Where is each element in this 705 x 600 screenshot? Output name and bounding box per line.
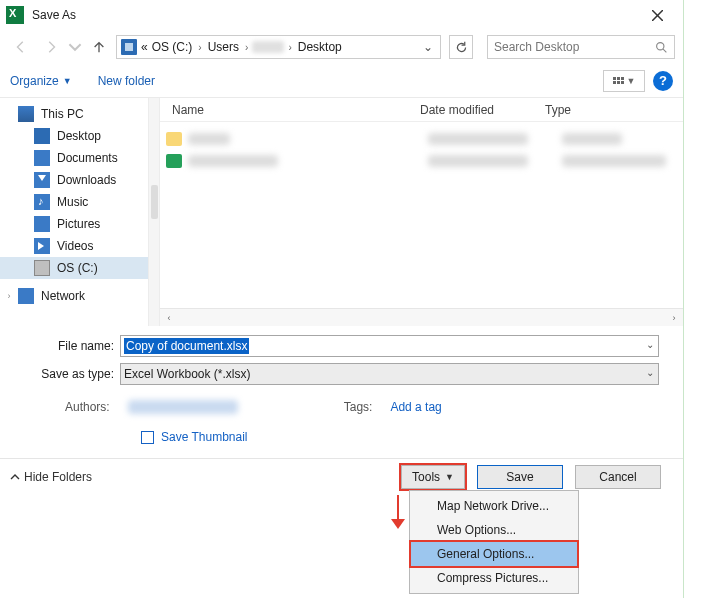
chevron-right-icon: ›: [284, 42, 295, 53]
folder-icon: [166, 132, 182, 146]
nav-back-button[interactable]: [8, 34, 34, 60]
breadcrumb-seg[interactable]: Users: [206, 40, 241, 54]
breadcrumb-seg[interactable]: Desktop: [296, 40, 344, 54]
grid-icon: [613, 77, 624, 84]
chevron-right-icon: ›: [241, 42, 252, 53]
column-name[interactable]: Name: [172, 103, 420, 117]
tree-videos[interactable]: Videos: [0, 235, 148, 257]
search-placeholder: Search Desktop: [494, 40, 579, 54]
downloads-icon: [34, 172, 50, 188]
svg-point-2: [657, 42, 664, 49]
chevron-up-icon: [10, 472, 20, 482]
tree-pictures[interactable]: Pictures: [0, 213, 148, 235]
column-type[interactable]: Type: [545, 103, 683, 117]
arrow-left-icon: [14, 40, 28, 54]
pc-icon: [18, 106, 34, 122]
menu-compress-pictures[interactable]: Compress Pictures...: [411, 566, 577, 590]
refresh-icon: [455, 41, 468, 54]
tree-network[interactable]: ›Network: [0, 285, 148, 307]
tree-downloads[interactable]: Downloads: [0, 169, 148, 191]
drive-icon: [121, 39, 137, 55]
music-icon: ♪: [34, 194, 50, 210]
tree-os-drive[interactable]: OS (C:): [0, 257, 148, 279]
arrow-up-icon: [92, 40, 106, 54]
tree-splitter[interactable]: [148, 98, 160, 326]
savetype-label: Save as type:: [0, 367, 120, 381]
help-button[interactable]: ?: [653, 71, 673, 91]
horizontal-scrollbar[interactable]: ‹ ›: [160, 308, 683, 326]
menu-general-options[interactable]: General Options...: [411, 542, 577, 566]
tools-menu: Map Network Drive... Web Options... Gene…: [409, 490, 579, 594]
organize-menu[interactable]: Organize▼: [10, 74, 72, 88]
list-item[interactable]: [166, 150, 683, 172]
chevron-right-icon: ›: [194, 42, 205, 53]
save-thumbnail-checkbox[interactable]: [141, 431, 154, 444]
tree-documents[interactable]: Documents: [0, 147, 148, 169]
scroll-left-button[interactable]: ‹: [161, 310, 177, 326]
breadcrumb-dropdown[interactable]: ⌄: [418, 40, 438, 54]
svg-line-3: [663, 49, 666, 52]
tree-music[interactable]: ♪Music: [0, 191, 148, 213]
menu-map-network-drive[interactable]: Map Network Drive...: [411, 494, 577, 518]
authors-value-redacted[interactable]: [128, 400, 238, 414]
view-mode-button[interactable]: ▼: [603, 70, 645, 92]
pictures-icon: [34, 216, 50, 232]
desktop-icon: [34, 128, 50, 144]
dialog-title: Save As: [32, 8, 76, 22]
nav-up-button[interactable]: [86, 34, 112, 60]
tree-desktop[interactable]: Desktop: [0, 125, 148, 147]
filename-input[interactable]: Copy of document.xlsx ⌄: [120, 335, 659, 357]
close-icon: [652, 10, 663, 21]
caret-down-icon: ▼: [627, 76, 636, 86]
videos-icon: [34, 238, 50, 254]
save-button[interactable]: Save: [477, 465, 563, 489]
savetype-select[interactable]: Excel Workbook (*.xlsx) ⌄: [120, 363, 659, 385]
caret-down-icon: ▼: [63, 76, 72, 86]
save-thumbnail-label[interactable]: Save Thumbnail: [161, 430, 248, 444]
authors-label: Authors:: [65, 400, 110, 414]
annotation-arrow: [391, 495, 405, 531]
nav-history-button[interactable]: [68, 34, 82, 60]
breadcrumb-seg[interactable]: OS (C:): [150, 40, 195, 54]
breadcrumb-seg: «: [139, 40, 150, 54]
documents-icon: [34, 150, 50, 166]
list-item[interactable]: [166, 128, 683, 150]
filename-label: File name:: [0, 339, 120, 353]
hide-folders-toggle[interactable]: Hide Folders: [10, 470, 92, 484]
file-list[interactable]: [160, 122, 683, 308]
scroll-right-button[interactable]: ›: [666, 310, 682, 326]
search-icon: [655, 41, 668, 54]
tree-this-pc[interactable]: This PC: [0, 103, 148, 125]
breadcrumb[interactable]: « OS (C:) › Users › › Desktop ⌄: [116, 35, 441, 59]
tools-button[interactable]: Tools ▼: [401, 465, 465, 489]
refresh-button[interactable]: [449, 35, 473, 59]
tags-input[interactable]: Add a tag: [390, 400, 441, 414]
close-button[interactable]: [637, 0, 677, 30]
savetype-value: Excel Workbook (*.xlsx): [124, 367, 250, 381]
excel-icon: [6, 6, 24, 24]
breadcrumb-seg-redacted[interactable]: [252, 41, 284, 53]
nav-forward-button[interactable]: [38, 34, 64, 60]
disk-icon: [34, 260, 50, 276]
caret-down-icon: ▼: [445, 472, 454, 482]
filename-value: Copy of document.xlsx: [124, 338, 249, 354]
cancel-button[interactable]: Cancel: [575, 465, 661, 489]
chevron-right-icon: ›: [4, 291, 14, 301]
chevron-down-icon: [68, 40, 82, 54]
excel-file-icon: [166, 154, 182, 168]
chevron-down-icon[interactable]: ⌄: [646, 367, 654, 378]
search-input[interactable]: Search Desktop: [487, 35, 675, 59]
new-folder-button[interactable]: New folder: [98, 74, 155, 88]
menu-web-options[interactable]: Web Options...: [411, 518, 577, 542]
column-date[interactable]: Date modified: [420, 103, 545, 117]
arrow-right-icon: [44, 40, 58, 54]
network-icon: [18, 288, 34, 304]
tags-label: Tags:: [344, 400, 373, 414]
folder-tree[interactable]: This PC Desktop Documents Downloads ♪Mus…: [0, 98, 148, 326]
chevron-down-icon[interactable]: ⌄: [646, 339, 654, 350]
